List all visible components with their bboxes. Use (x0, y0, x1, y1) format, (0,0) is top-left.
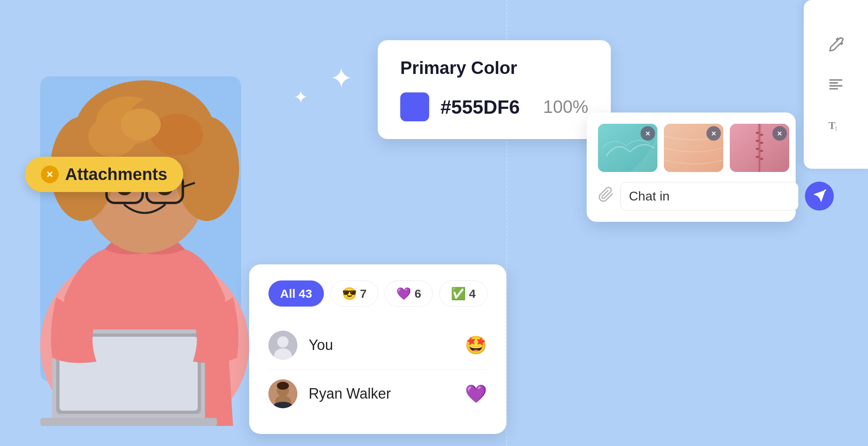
person-photo (16, 16, 273, 426)
tools-panel: T t (804, 0, 868, 169)
reaction-name-you: You (309, 337, 454, 354)
attachments-label: Attachments (65, 165, 167, 184)
svg-point-50 (277, 382, 289, 390)
image-thumbnails-row: × × (598, 124, 784, 172)
send-button[interactable] (805, 182, 834, 211)
attachments-badge[interactable]: × Attachments (25, 157, 183, 192)
svg-point-46 (277, 336, 289, 348)
image-attachments-card: × × (587, 113, 796, 222)
svg-rect-24 (40, 418, 217, 426)
sparkle-large: ✦ (330, 64, 353, 92)
primary-color-title: Primary Color (400, 58, 588, 78)
reaction-item-you: You 🤩 (268, 321, 487, 370)
tab-all-count: 43 (299, 287, 312, 301)
chat-input-row (598, 182, 784, 211)
svg-rect-42 (760, 150, 763, 152)
tab-grinning[interactable]: 😎 7 (330, 280, 379, 307)
thumb-close-2[interactable]: × (706, 126, 721, 141)
thumb-close-3[interactable]: × (772, 126, 787, 141)
list-tool[interactable] (825, 73, 847, 96)
svg-text:T: T (829, 120, 835, 131)
svg-text:t: t (835, 124, 837, 132)
reactions-card: All 43 😎 7 💜 6 ✅ 4 (249, 264, 506, 434)
tab-check-count: 4 (469, 287, 476, 301)
reaction-list: You 🤩 Ryan Walker 💜 (268, 321, 487, 418)
svg-rect-37 (756, 132, 759, 134)
svg-point-11 (121, 108, 161, 141)
color-hex-value: #555DF6 (440, 96, 532, 118)
tab-heart[interactable]: 💜 6 (385, 280, 433, 307)
avatar-you (268, 331, 297, 360)
image-thumb-3: × (730, 124, 789, 172)
svg-rect-40 (760, 142, 763, 144)
image-thumb-1: × (598, 124, 657, 172)
reaction-item-ryan: Ryan Walker 💜 (268, 370, 487, 418)
eyedropper-tool[interactable] (825, 33, 847, 55)
primary-color-card: Primary Color #555DF6 100% (378, 40, 611, 139)
tab-all-label: All (280, 287, 295, 301)
reaction-emoji-you: 🤩 (465, 335, 487, 356)
tab-all[interactable]: All 43 (268, 280, 324, 307)
color-row: #555DF6 100% (400, 92, 588, 121)
tab-heart-count: 6 (414, 287, 421, 301)
attachments-close-icon[interactable]: × (41, 166, 59, 183)
svg-rect-38 (760, 134, 763, 136)
avatar-ryan (268, 379, 297, 408)
svg-rect-44 (760, 158, 763, 160)
tab-grinning-count: 7 (360, 287, 367, 301)
sparkle-small: ✦ (293, 88, 308, 106)
tab-check-emoji: ✅ (451, 286, 466, 301)
color-opacity-value: 100% (543, 97, 588, 117)
attach-icon[interactable] (598, 186, 614, 206)
tab-grinning-emoji: 😎 (342, 286, 357, 301)
thumb-close-1[interactable]: × (641, 126, 655, 141)
typography-tool[interactable]: T t (825, 113, 847, 136)
chat-input-field[interactable] (620, 182, 798, 211)
reaction-name-ryan: Ryan Walker (309, 385, 454, 402)
tab-heart-emoji: 💜 (396, 286, 411, 301)
tab-check[interactable]: ✅ 4 (439, 280, 487, 307)
reaction-tabs: All 43 😎 7 💜 6 ✅ 4 (268, 280, 487, 307)
image-thumb-2: × (664, 124, 723, 172)
color-swatch (400, 92, 429, 121)
reaction-emoji-ryan: 💜 (465, 383, 487, 404)
svg-rect-39 (756, 140, 759, 142)
svg-rect-41 (756, 148, 759, 150)
svg-rect-43 (756, 156, 759, 158)
